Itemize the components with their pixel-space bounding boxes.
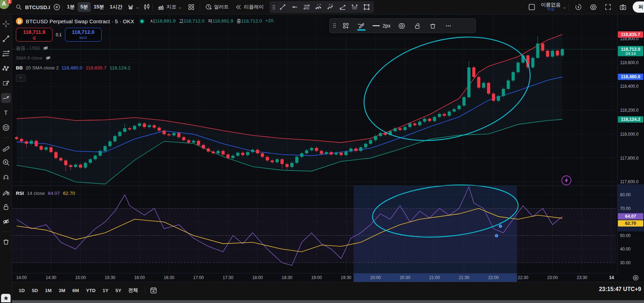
interval-1d[interactable]: 날 [125,4,136,10]
chart-style-icon[interactable] [143,3,151,11]
range-all[interactable]: 전체 [126,286,141,295]
fav-dashed-line-tool[interactable] [349,1,361,13]
fullscreen-button[interactable] [601,1,615,13]
go-to-date-icon[interactable] [150,286,157,294]
settings-button[interactable] [586,1,600,13]
candle-body [236,153,239,155]
eye-off-icon[interactable] [45,55,51,61]
hide-drawings-tool[interactable] [1,217,11,227]
drawing-mode-lock-tool[interactable] [1,187,11,197]
fav-hray-tool[interactable] [289,1,301,13]
interval-dropdown-icon[interactable]: ⌄ [135,5,140,10]
select-layout-button[interactable] [525,1,539,13]
candle-body [148,125,151,127]
publish-button[interactable]: 퍼 [633,1,644,13]
range-ytd[interactable]: YTD [83,286,98,295]
candle-body [167,134,170,135]
lock-drawing-button[interactable] [410,20,424,31]
interval-1h[interactable]: 1시간 [107,4,125,10]
candle-body [69,165,72,167]
crosshair-tool[interactable] [1,19,11,29]
layout-grid-button[interactable] [185,2,198,12]
replay-button[interactable]: 리플레이 [232,2,267,12]
buy-button[interactable]: 118,712.0바이 [65,28,102,42]
candle-body [128,128,131,129]
search-icon[interactable] [16,4,22,10]
interval-15m[interactable]: 15분 [91,4,107,10]
add-symbol-icon[interactable] [53,4,60,11]
candle-body [54,152,58,158]
fav-dotted-line-tool[interactable] [337,1,349,13]
price-badge: 118,124.2 [618,116,643,123]
quick-search-button[interactable] [571,1,585,13]
range-6m[interactable]: 6M [70,286,82,295]
xabcd-pattern-tool[interactable] [1,63,11,73]
brush-tool[interactable] [1,93,11,103]
range-1y[interactable]: 1Y [100,286,112,295]
spread-value: 0.1 [56,32,62,37]
candle-body [192,141,195,143]
drag-handle-icon[interactable] [333,23,336,29]
fav-trendline-tool[interactable] [277,1,289,13]
rsi-legend[interactable]: RSI 14 close 64.07 62.70 [16,191,75,196]
candle-body [330,152,333,155]
range-buttons: 1D 5D 1M 3M 6M YTD 1Y 5Y 전체 [16,286,157,295]
lock-all-tool[interactable] [1,202,11,212]
candle-body [133,126,136,129]
drawing-anchor[interactable] [499,225,502,228]
candle-body [418,122,421,125]
bb-indicator-row[interactable]: BB 20 SMA close 2 118,480.0 118,835.7 11… [16,64,275,71]
eye-off-icon[interactable] [43,45,49,51]
screenshot-button[interactable] [616,1,630,13]
drag-handle-icon[interactable] [272,5,275,10]
drawing-template-button[interactable] [339,20,353,31]
indicators-button[interactable]: 지표⌄ [155,2,185,12]
fav-elliott-15-tool[interactable]: 15 [313,1,325,13]
measure-tool[interactable] [1,143,11,153]
drawing-anchor[interactable] [495,234,498,237]
axis-settings-icon[interactable] [632,274,639,281]
layout-name-button[interactable]: 이름없음 저장 [540,2,562,12]
range-5y[interactable]: 5Y [113,286,124,295]
candle-body [256,150,259,153]
collapse-legend-button[interactable]: ⌃ [16,75,26,82]
interval-5m[interactable]: 5분 [78,2,91,12]
symbol-title[interactable]: BTCUSD Perpetual Swap Contract · 5 · OKX [26,18,134,24]
zoom-in-tool[interactable] [1,157,11,167]
text-tool[interactable]: T [1,108,11,118]
sma-indicator-row[interactable]: SMA 9 close [16,55,275,61]
trendline-tool[interactable] [1,34,11,44]
delete-drawing-button[interactable] [426,20,440,31]
sell-button[interactable]: 118,711.9셀 [16,28,53,42]
magnet-tool[interactable] [1,172,11,182]
layout-dropdown-icon[interactable]: ⌄ [562,5,567,10]
market-status-icon[interactable] [140,20,144,23]
candle-body [15,137,18,139]
fav-pattern-ac-tool[interactable]: AC [325,1,337,13]
fav-rectangle-tool[interactable] [361,1,373,13]
price-axis[interactable]: 118,800.0118,600.0118,400.0118,200.0118,… [617,14,644,273]
interval-1m[interactable]: 1분 [64,4,78,10]
fib-retracement-tool[interactable] [1,49,11,58]
range-1m[interactable]: 1M [42,286,55,295]
line-color-button[interactable] [354,20,368,31]
candle-body [251,150,254,152]
drawing-settings-button[interactable] [395,20,409,31]
clock[interactable]: 23:15:47 UTC+9 [599,286,641,292]
fav-parallel-lines-tool[interactable] [301,1,313,13]
candle-body [89,159,92,163]
line-width-button[interactable]: 2px [370,20,393,31]
range-1d[interactable]: 1D [16,286,28,295]
range-3m[interactable]: 3M [56,286,68,295]
time-axis[interactable]: 14:0014:3015:0015:3016:0016:3017:0017:30… [12,273,617,282]
range-5d[interactable]: 5D [29,286,41,295]
favorites-star-button[interactable] [1,294,11,302]
symbol-button[interactable]: BTCUSD.I [22,2,53,12]
more-options-button[interactable] [441,20,455,31]
forecast-tool[interactable] [1,78,11,88]
time-tick: 17:30 [223,275,233,280]
volume-indicator-row[interactable]: 볼륨 · USD [16,45,275,51]
alert-button[interactable]: 얼러트 [202,2,232,12]
remove-drawings-tool[interactable] [1,237,11,247]
emoji-tool[interactable] [1,123,11,132]
